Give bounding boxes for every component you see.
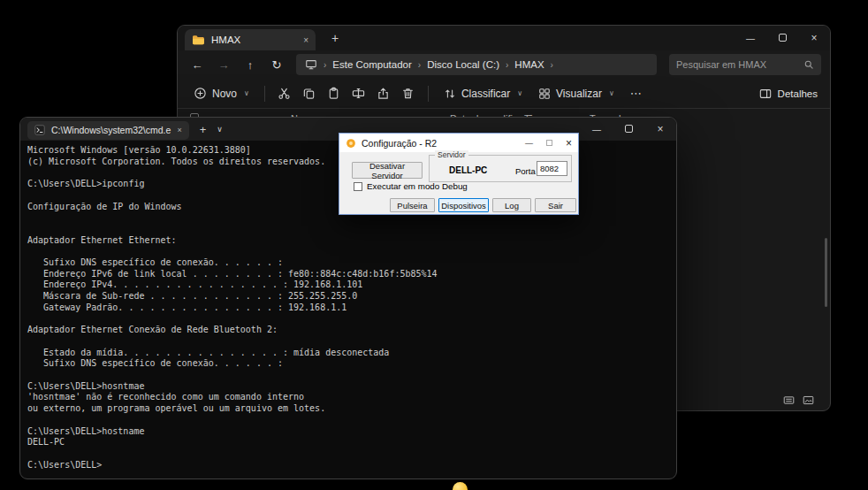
- devices-button[interactable]: Dispositivos: [438, 198, 489, 212]
- explorer-window-controls: — ×: [745, 26, 819, 50]
- copy-icon: [302, 87, 316, 100]
- breadcrumb-chevron-icon: ›: [506, 60, 508, 70]
- debug-checkbox-label: Executar em modo Debug: [367, 181, 468, 191]
- breadcrumb-chevron-icon: ›: [418, 60, 421, 70]
- exit-button[interactable]: Sair: [535, 198, 576, 212]
- view-grid-icon: [538, 88, 551, 100]
- maximize-icon: [625, 125, 633, 133]
- terminal-tab-cmd[interactable]: C:\Windows\system32\cmd.e ×: [27, 121, 189, 140]
- terminal-close-button[interactable]: ×: [655, 123, 666, 135]
- app-icon: [346, 138, 356, 149]
- chevron-down-icon: ∨: [244, 89, 249, 97]
- view-button-label: Visualizar: [556, 88, 602, 100]
- copy-button[interactable]: [298, 82, 321, 105]
- cmd-icon: [34, 125, 45, 135]
- refresh-button[interactable]: ↻: [266, 54, 287, 75]
- explorer-tab-hmax[interactable]: HMAX ×: [185, 29, 316, 50]
- config-dialog: Configuração - R2 — × Desativar Servidor…: [339, 133, 579, 215]
- breadcrumb-chevron-icon: ›: [551, 60, 553, 70]
- search-icon: [803, 59, 814, 70]
- explorer-tab-title: HMAX: [211, 34, 240, 45]
- rename-button[interactable]: [347, 82, 370, 105]
- toolbar-divider: [428, 86, 429, 102]
- breadcrumb-item-hmax[interactable]: HMAX: [514, 59, 544, 70]
- terminal-tab-close-icon[interactable]: ×: [177, 126, 181, 134]
- dialog-maximize-button[interactable]: [546, 139, 552, 148]
- back-button[interactable]: ←: [187, 54, 208, 75]
- tab-close-icon[interactable]: ×: [303, 35, 308, 45]
- thumbnail-view-button[interactable]: [803, 394, 814, 406]
- terminal-window-controls: — ×: [591, 118, 666, 141]
- terminal-maximize-button[interactable]: [623, 125, 634, 134]
- explorer-tab-bar: HMAX × + — ×: [178, 26, 830, 50]
- server-groupbox: Servidor DELL-PC Porta: [429, 155, 572, 182]
- search-input[interactable]: [676, 59, 798, 70]
- view-button[interactable]: Visualizar ∨: [531, 82, 621, 105]
- details-pane-icon: [759, 88, 772, 100]
- terminal-new-tab-button[interactable]: +: [200, 123, 207, 136]
- bracelet-button[interactable]: Pulseira: [390, 198, 435, 212]
- delete-button[interactable]: [397, 82, 420, 105]
- server-name-value: DELL-PC: [449, 165, 487, 175]
- dialog-title-bar[interactable]: Configuração - R2 — ×: [339, 134, 578, 152]
- new-button[interactable]: Novo ∨: [187, 82, 256, 105]
- sort-button-label: Classificar: [461, 88, 510, 100]
- chevron-down-icon: ∨: [609, 89, 614, 97]
- cut-button[interactable]: [273, 82, 296, 105]
- details-pane-label: Detalhes: [778, 88, 818, 99]
- forward-button[interactable]: →: [213, 54, 234, 75]
- explorer-address-bar: ← → ↑ ↻ › Este Computador › Disco Local …: [178, 50, 830, 79]
- new-plus-icon: [194, 87, 207, 100]
- maximize-icon: [546, 140, 552, 146]
- port-input[interactable]: [537, 161, 567, 176]
- dialog-window-controls: — ×: [525, 137, 572, 149]
- rename-icon: [352, 87, 365, 100]
- share-icon: [377, 87, 390, 100]
- explorer-close-button[interactable]: ×: [809, 32, 819, 44]
- breadcrumb-item-disco-local[interactable]: Disco Local (C:): [427, 59, 499, 70]
- more-options-button[interactable]: ⋯: [623, 87, 649, 100]
- terminal-tab-title: C:\Windows\system32\cmd.e: [51, 125, 171, 135]
- chevron-down-icon: ∨: [517, 89, 522, 97]
- dialog-minimize-button[interactable]: —: [525, 139, 533, 148]
- dialog-title: Configuração - R2: [362, 138, 437, 149]
- terminal-minimize-button[interactable]: —: [591, 125, 602, 134]
- explorer-maximize-button[interactable]: [777, 34, 788, 43]
- dialog-body: Desativar Servidor Servidor DELL-PC Port…: [339, 152, 578, 215]
- sort-button[interactable]: Classificar ∨: [437, 82, 529, 105]
- explorer-minimize-button[interactable]: —: [745, 34, 756, 43]
- folder-icon: [192, 34, 204, 45]
- search-box: [669, 54, 821, 75]
- cut-icon: [278, 87, 291, 100]
- trash-icon: [401, 87, 415, 100]
- breadcrumb-item-este-computador[interactable]: Este Computador: [332, 59, 412, 70]
- dialog-close-button[interactable]: ×: [566, 137, 572, 149]
- taskbar-app-icon[interactable]: [453, 482, 468, 490]
- list-view-button[interactable]: [783, 394, 795, 406]
- scrollbar[interactable]: [825, 238, 827, 307]
- this-pc-icon: [305, 58, 317, 71]
- server-group-label: Servidor: [435, 150, 468, 159]
- explorer-toolbar: Novo ∨: [178, 79, 830, 109]
- maximize-icon: [779, 34, 787, 42]
- new-tab-button[interactable]: +: [326, 31, 344, 45]
- view-toggle-buttons: [783, 394, 814, 406]
- up-button[interactable]: ↑: [240, 54, 261, 75]
- disable-server-button[interactable]: Desativar Servidor: [352, 162, 423, 179]
- new-button-label: Novo: [212, 88, 237, 100]
- paste-button[interactable]: [323, 82, 346, 105]
- debug-checkbox[interactable]: [354, 182, 362, 191]
- toolbar-divider: [264, 86, 265, 102]
- log-button[interactable]: Log: [492, 198, 531, 212]
- paste-icon: [327, 87, 340, 100]
- breadcrumb: › Este Computador › Disco Local (C:) › H…: [296, 54, 657, 75]
- port-label: Porta: [515, 166, 536, 176]
- terminal-tab-dropdown-icon[interactable]: ∨: [217, 125, 223, 134]
- breadcrumb-chevron-icon: ›: [324, 60, 326, 70]
- share-button[interactable]: [372, 82, 395, 105]
- details-pane-button[interactable]: Detalhes: [759, 88, 821, 100]
- sort-icon: [444, 88, 456, 100]
